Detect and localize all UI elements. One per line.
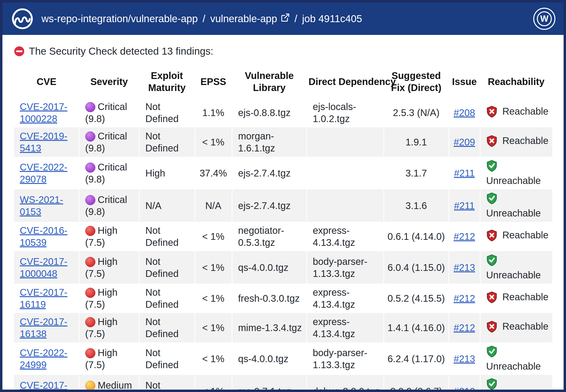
issue-cell: #209 bbox=[449, 127, 480, 157]
issue-link[interactable]: #212 bbox=[454, 322, 475, 333]
no-entry-icon bbox=[14, 46, 25, 56]
vulnerable-library-cell: negotiator-0.5.3.tgz bbox=[232, 222, 307, 251]
issue-link[interactable]: #211 bbox=[454, 200, 475, 211]
cve-link[interactable]: CVE-2017-16119 bbox=[20, 287, 68, 310]
reachability-cell: Unreachable bbox=[480, 157, 552, 189]
col-header-epss: EPSS bbox=[195, 67, 232, 98]
issue-cell: #211 bbox=[449, 157, 480, 189]
issue-link[interactable]: #208 bbox=[454, 107, 475, 118]
severity-cell: High (7.5) bbox=[79, 222, 139, 251]
direct-dependency-cell: ejs-locals-1.0.2.tgz bbox=[307, 98, 384, 127]
cve-cell: WS-2021-0153 bbox=[14, 189, 79, 222]
reachability-cell: Reachable bbox=[480, 127, 552, 157]
vulnerable-library-cell: ejs-0.8.8.tgz bbox=[232, 98, 307, 127]
severity-cell: High (7.5) bbox=[79, 284, 139, 313]
issue-link[interactable]: #212 bbox=[454, 293, 475, 304]
issue-cell: #208 bbox=[449, 98, 480, 127]
severity-label: High bbox=[98, 316, 117, 327]
exploit-maturity-cell: Not Defined bbox=[139, 375, 195, 392]
cve-link[interactable]: CVE-2017-1000228 bbox=[20, 101, 68, 124]
severity-dot-icon bbox=[85, 288, 95, 298]
severity-score: (7.5) bbox=[85, 328, 105, 339]
cve-link[interactable]: CVE-2022-24999 bbox=[20, 348, 68, 370]
shield-x-icon bbox=[486, 135, 497, 150]
cve-link[interactable]: WS-2021-0153 bbox=[20, 194, 63, 217]
reachability-label: Reachable bbox=[502, 135, 548, 146]
reachability-label: Unreachable bbox=[486, 208, 541, 218]
exploit-maturity-cell: Not Defined bbox=[139, 98, 195, 127]
reachability-label: Unreachable bbox=[486, 175, 541, 186]
table-row: CVE-2022-29078 Critical (9.8) High 37.4%… bbox=[14, 157, 552, 189]
severity-label: Critical bbox=[98, 101, 127, 112]
cve-link[interactable]: CVE-2016-10539 bbox=[20, 225, 68, 248]
table-row: CVE-2017-16138 High (7.5) Not Defined < … bbox=[14, 313, 552, 342]
table-row: CVE-2022-24999 High (7.5) Not Defined < … bbox=[14, 342, 552, 375]
severity-cell: High (7.5) bbox=[79, 313, 139, 342]
direct-dependency-cell: body-parser-1.13.3.tgz bbox=[307, 342, 384, 375]
external-link-icon[interactable] bbox=[281, 13, 290, 25]
avatar-ring: W bbox=[537, 11, 552, 26]
exploit-maturity-cell: Not Defined bbox=[139, 313, 195, 342]
severity-cell: Critical (9.8) bbox=[79, 157, 139, 189]
reachability-cell: Unreachable bbox=[480, 189, 552, 222]
table-row: CVE-2017-16119 High (7.5) Not Defined < … bbox=[14, 284, 552, 313]
table-header-row: CVE Severity Exploit Maturity EPSS Vulne… bbox=[14, 67, 552, 98]
cve-cell: CVE-2019-5413 bbox=[14, 127, 79, 157]
cve-cell: CVE-2017-16119 bbox=[14, 284, 79, 313]
epss-cell: < 1% bbox=[195, 313, 232, 342]
reachability-cell: Unreachable bbox=[480, 342, 552, 375]
severity-dot-icon bbox=[85, 226, 95, 236]
breadcrumb-repo-link[interactable]: ws-repo-integration/vulnerable-app bbox=[42, 13, 198, 25]
vulnerable-library-cell: ms-0.7.1.tgz bbox=[232, 375, 307, 392]
severity-label: High bbox=[98, 256, 117, 267]
severity-label: High bbox=[98, 287, 117, 298]
vulnerable-library-cell: mime-1.3.4.tgz bbox=[232, 313, 307, 342]
breadcrumb-app-link[interactable]: vulnerable-app bbox=[210, 13, 290, 25]
severity-score: (7.5) bbox=[85, 360, 105, 370]
suggested-fix-cell: 0.6.1 (4.14.0) bbox=[384, 222, 449, 251]
cve-cell: CVE-2022-29078 bbox=[14, 157, 79, 189]
severity-score: (9.8) bbox=[85, 143, 105, 153]
shield-check-icon bbox=[486, 346, 497, 360]
issue-link[interactable]: #213 bbox=[454, 353, 475, 364]
breadcrumb-separator: / bbox=[203, 13, 205, 25]
breadcrumb-app-label: vulnerable-app bbox=[210, 13, 277, 25]
col-header-reachability: Reachability bbox=[480, 67, 552, 98]
cve-link[interactable]: CVE-2022-29078 bbox=[20, 162, 68, 184]
severity-label: High bbox=[98, 348, 117, 358]
cve-cell: CVE-2017-20162 bbox=[14, 375, 79, 392]
table-row: CVE-2019-5413 Critical (9.8) Not Defined… bbox=[14, 127, 552, 157]
suggested-fix-cell: 2.5.3 (N/A) bbox=[384, 98, 449, 127]
suggested-fix-cell: 3.1.6 bbox=[384, 189, 449, 222]
issue-link[interactable]: #211 bbox=[454, 168, 475, 178]
issue-cell: #211 bbox=[449, 189, 480, 222]
severity-cell: High (7.5) bbox=[79, 251, 139, 284]
epss-cell: < 1% bbox=[195, 222, 232, 251]
table-row: CVE-2017-1000048 High (7.5) Not Defined … bbox=[14, 251, 552, 284]
cve-cell: CVE-2017-1000228 bbox=[14, 98, 79, 127]
reachability-label: Reachable bbox=[502, 230, 548, 240]
cve-cell: CVE-2022-24999 bbox=[14, 342, 79, 375]
topbar: ws-repo-integration/vulnerable-app / vul… bbox=[2, 2, 564, 35]
issue-link[interactable]: #213 bbox=[454, 262, 475, 273]
cve-link[interactable]: CVE-2019-5413 bbox=[20, 131, 68, 153]
reachability-cell: Reachable bbox=[480, 284, 552, 313]
cve-link[interactable]: CVE-2017-16138 bbox=[20, 316, 68, 339]
exploit-maturity-cell: N/A bbox=[139, 189, 195, 222]
issue-link[interactable]: #209 bbox=[454, 137, 475, 147]
severity-score: (7.5) bbox=[85, 237, 105, 248]
reachability-cell: Unreachable bbox=[480, 375, 552, 392]
avatar[interactable]: W bbox=[533, 8, 555, 30]
cve-cell: CVE-2017-1000048 bbox=[14, 251, 79, 284]
cve-link[interactable]: CVE-2017-1000048 bbox=[20, 256, 68, 279]
col-header-issue: Issue bbox=[449, 67, 480, 98]
exploit-maturity-cell: Not Defined bbox=[139, 127, 195, 157]
col-header-cve: CVE bbox=[14, 67, 79, 98]
vulnerable-library-cell: qs-4.0.0.tgz bbox=[232, 342, 307, 375]
issue-link[interactable]: #210 bbox=[454, 386, 475, 392]
epss-cell: < 1% bbox=[195, 127, 232, 157]
cve-link[interactable]: CVE-2017-20162 bbox=[20, 380, 68, 392]
issue-link[interactable]: #212 bbox=[454, 231, 475, 242]
direct-dependency-cell: express-4.13.4.tgz bbox=[307, 222, 384, 251]
shield-check-icon bbox=[486, 160, 497, 175]
